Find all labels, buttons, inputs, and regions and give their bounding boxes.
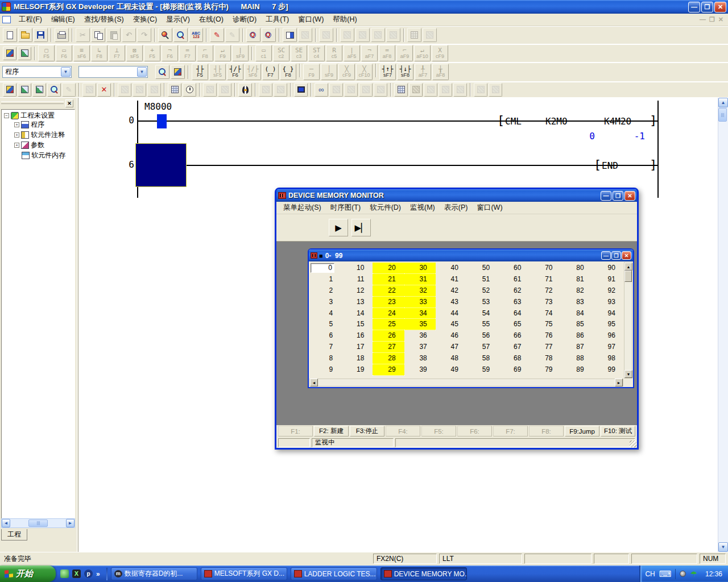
device-cell-37[interactable]: 37 xyxy=(404,342,436,353)
device-cell-71[interactable]: 71 xyxy=(530,274,561,285)
device-cell-10[interactable]: 10 xyxy=(341,263,373,274)
device-cell-98[interactable]: 98 xyxy=(593,353,624,364)
panel-horizontal-scrollbar[interactable]: ◄ ► xyxy=(1,518,75,528)
quick-launch-overflow-icon[interactable]: » xyxy=(96,570,100,578)
scrollbar-thumb[interactable] xyxy=(28,519,48,527)
device-cell-27[interactable]: 27 xyxy=(373,342,404,353)
instruction-op[interactable]: CML xyxy=(505,116,522,127)
device-cell-78[interactable]: 78 xyxy=(530,353,561,364)
device-cell-86[interactable]: 86 xyxy=(561,330,593,342)
device-cell-90[interactable]: 90 xyxy=(593,263,624,274)
monitor-titlebar[interactable]: DEVICE MEMORY MONITOR ― ❐ ✕ xyxy=(276,189,637,202)
tree-expand-icon[interactable]: + xyxy=(14,132,19,138)
project-tab[interactable]: 工程 xyxy=(1,529,27,541)
device-cell-23[interactable]: 23 xyxy=(373,297,404,308)
menu-item-2[interactable]: 查找/替换(S) xyxy=(80,14,129,26)
mdi-restore-icon[interactable]: ❐ xyxy=(709,16,715,23)
print-button[interactable] xyxy=(55,28,69,42)
timing-chart-step-button[interactable]: ▶▏ xyxy=(351,219,371,236)
tree-expand-icon[interactable]: + xyxy=(14,122,19,127)
device-cell-52[interactable]: 52 xyxy=(467,285,498,297)
window-arrange-button[interactable] xyxy=(3,47,16,60)
tree-toggle-button[interactable] xyxy=(171,65,185,79)
device-cell-29[interactable]: 29 xyxy=(373,364,404,376)
language-indicator[interactable]: CH xyxy=(645,570,655,578)
device-cell-95[interactable]: 95 xyxy=(593,319,624,330)
device-cell-65[interactable]: 65 xyxy=(498,319,530,330)
start-button[interactable]: 开始 xyxy=(0,566,56,582)
rising-pulse-button[interactable]: ┤↑├sF7 xyxy=(379,64,396,80)
taskbar-item-1[interactable]: MELSOFT系列 GX D... xyxy=(201,567,287,580)
menu-item-4[interactable]: 显示(V) xyxy=(162,14,195,26)
fkey-button-10[interactable]: F10: 测试 xyxy=(601,426,635,436)
resize-grip[interactable] xyxy=(630,440,636,447)
keyboard-icon[interactable]: ⌨ xyxy=(659,569,672,579)
monitor-menu-item-2[interactable]: 软元件(D) xyxy=(365,202,406,214)
new-project-button[interactable] xyxy=(3,28,17,42)
menu-item-0[interactable]: 工程(F) xyxy=(14,14,47,26)
quick-launch-icon[interactable]: X xyxy=(72,569,81,578)
device-cell-16[interactable]: 16 xyxy=(341,330,373,342)
entry-ladder-monitor-button[interactable] xyxy=(294,83,308,97)
fkey-button-3[interactable]: F3:停止 xyxy=(350,426,384,436)
device-cell-32[interactable]: 32 xyxy=(404,285,436,297)
instruction-op[interactable]: END xyxy=(602,160,618,171)
mdi-close-icon[interactable]: ✕ xyxy=(718,16,723,23)
delete-connect-line-button[interactable] xyxy=(32,83,46,97)
panel-close-button[interactable]: ✕ xyxy=(65,99,73,107)
scroll-right-icon[interactable]: ► xyxy=(66,519,75,527)
monitor-close-button[interactable]: ✕ xyxy=(624,191,635,201)
device-cell-21[interactable]: 21 xyxy=(373,274,404,285)
device-cell-13[interactable]: 13 xyxy=(341,297,373,308)
device-cell-34[interactable]: 34 xyxy=(404,308,436,319)
project-data-toggle-button[interactable] xyxy=(155,65,169,79)
combo-dropdown-icon[interactable]: ▼ xyxy=(61,67,71,77)
monitor-menu-item-3[interactable]: 监视(M) xyxy=(406,202,440,214)
monitor-minimize-button[interactable]: ― xyxy=(601,191,611,201)
device-cell-80[interactable]: 80 xyxy=(561,263,593,274)
ladder-cursor[interactable] xyxy=(135,143,187,187)
application-instruction-button[interactable]: { }F8 xyxy=(280,64,296,80)
device-cell-50[interactable]: 50 xyxy=(467,263,498,274)
device-cell-63[interactable]: 63 xyxy=(498,297,530,308)
device-cell-39[interactable]: 39 xyxy=(404,364,436,376)
ladder-block-list-button[interactable] xyxy=(394,83,408,97)
device-cell-3[interactable]: 3 xyxy=(310,297,341,308)
menu-item-5[interactable]: 在线(O) xyxy=(195,14,228,26)
device-cell-28[interactable]: 28 xyxy=(373,353,404,364)
find-contact-coil-button[interactable]: ∞ xyxy=(315,83,328,97)
antivirus-umbrella-icon[interactable]: ☂ xyxy=(690,569,697,579)
tree-item-2[interactable]: +参数 xyxy=(2,140,75,149)
menu-item-9[interactable]: 帮助(H) xyxy=(328,14,361,26)
monitor-menu-item-4[interactable]: 表示(P) xyxy=(440,202,473,214)
device-cell-25[interactable]: 25 xyxy=(373,319,404,330)
device-batch-monitor-button[interactable] xyxy=(168,83,181,97)
combo-dropdown-icon[interactable]: ▼ xyxy=(137,67,147,77)
project-data-list-button[interactable] xyxy=(3,83,16,97)
device-cell-44[interactable]: 44 xyxy=(436,308,467,319)
device-cell-67[interactable]: 67 xyxy=(498,342,530,353)
volume-icon[interactable] xyxy=(680,571,686,577)
tree-item-1[interactable]: +软元件注释 xyxy=(2,130,75,139)
device-cell-6[interactable]: 6 xyxy=(310,330,341,342)
menu-item-7[interactable]: 工具(T) xyxy=(261,14,293,26)
copy-button[interactable] xyxy=(91,28,105,42)
scroll-right-icon[interactable]: ► xyxy=(615,379,623,386)
device-cell-41[interactable]: 41 xyxy=(436,274,467,285)
find-device-button[interactable] xyxy=(158,28,172,42)
device-cell-15[interactable]: 15 xyxy=(341,319,373,330)
closed-contact-button[interactable]: ┤/├F6 xyxy=(227,64,243,80)
table-vertical-scrollbar[interactable]: ▲ ▼ xyxy=(624,262,632,379)
device-cell-46[interactable]: 46 xyxy=(436,330,467,342)
menu-item-1[interactable]: 编辑(E) xyxy=(47,14,80,26)
coil-button[interactable]: ( )F7 xyxy=(262,64,279,80)
write-connect-line-button[interactable] xyxy=(18,83,31,97)
device-cell-59[interactable]: 59 xyxy=(467,364,498,376)
quick-launch-icon[interactable]: p xyxy=(84,569,93,578)
device-cell-60[interactable]: 60 xyxy=(498,263,530,274)
child-close-button[interactable]: ✕ xyxy=(622,251,631,260)
device-cell-81[interactable]: 81 xyxy=(561,274,593,285)
scroll-left-icon[interactable]: ◄ xyxy=(2,519,10,527)
tree-item-0[interactable]: +程序 xyxy=(2,120,75,129)
device-cell-54[interactable]: 54 xyxy=(467,308,498,319)
